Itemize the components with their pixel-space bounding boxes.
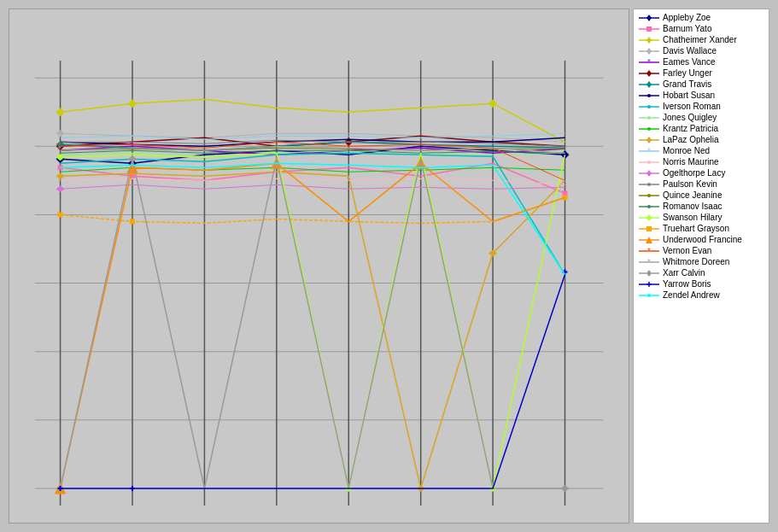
legend: Appleby ZoeBarnum YatoChatheimer XanderD… [633,9,769,523]
svg-point-90 [647,194,651,197]
svg-point-109 [647,294,651,297]
svg-marker-104 [646,270,652,277]
svg-marker-64 [646,48,652,55]
legend-label: Xarr Calvin [663,268,705,278]
legend-label: Barnum Yato [663,24,711,33]
legend-label: Quince Jeanine [663,190,722,200]
legend-label: Whitmore Doreen [663,257,729,266]
legend-item: Appleby Zoe [639,13,763,22]
legend-label: LaPaz Ophelia [663,135,719,144]
legend-item: Krantz Patricia [639,124,763,133]
svg-marker-58 [646,15,652,21]
legend-item: Ogelthorpe Lacy [639,168,763,178]
legend-item: Iverson Roman [639,102,763,111]
legend-item: Jones Quigley [639,113,763,122]
svg-text:*: * [647,258,651,266]
legend-label: Truehart Grayson [663,224,729,233]
legend-label: Chatheimer Xander [663,35,737,44]
svg-marker-70 [646,81,652,88]
svg-rect-40 [130,219,135,224]
legend-item: Chatheimer Xander [639,35,763,44]
svg-point-84 [647,161,651,164]
legend-item: Farley Unger [639,68,763,78]
svg-point-88 [647,183,651,186]
legend-item: *Eames Vance [639,57,763,67]
legend-label: Hobart Susan [663,91,715,100]
legend-label: Jones Quigley [663,113,717,122]
legend-label: Paulson Kevin [663,179,717,189]
legend-label: Vernon Evan [663,246,711,255]
legend-item: Paulson Kevin [639,179,763,189]
legend-label: Romanov Isaac [663,202,722,211]
svg-rect-60 [646,26,652,32]
legend-label: Swanson Hilary [663,213,722,222]
svg-text:*: * [647,247,651,255]
legend-label: Farley Unger [663,68,712,78]
chart-svg: * * * [9,9,629,523]
legend-item: Truehart Grayson [639,224,763,233]
legend-label: Norris Maurine [663,157,719,167]
svg-text:*: * [647,58,651,67]
svg-text:*: * [647,147,651,155]
svg-marker-62 [646,37,652,44]
svg-point-72 [647,94,651,97]
legend-label: Monroe Ned [663,146,710,155]
svg-rect-0 [9,9,629,523]
legend-item: Swanson Hilary [639,213,763,222]
legend-item: Grand Travis [639,79,763,89]
legend-item: Hobart Susan [639,91,763,100]
legend-item: Romanov Isaac [639,202,763,211]
legend-item: Yarrow Boris [639,279,763,289]
legend-label: Zendel Andrew [663,290,720,300]
legend-item: Xarr Calvin [639,268,763,278]
legend-item: LaPaz Ophelia [639,135,763,144]
svg-point-74 [647,105,651,108]
svg-rect-96 [646,226,652,231]
svg-point-92 [647,205,651,208]
legend-item: Barnum Yato [639,24,763,33]
legend-label: Davis Wallace [663,46,717,56]
legend-label: Ogelthorpe Lacy [663,168,725,178]
svg-marker-94 [646,214,652,221]
svg-rect-39 [58,212,63,217]
legend-label: Appleby Zoe [663,13,711,22]
svg-point-76 [647,116,651,120]
legend-item: Quince Jeanine [639,190,763,200]
legend-item: *Monroe Ned [639,146,763,155]
legend-item: *Whitmore Doreen [639,257,763,266]
legend-item: Underwood Francine [639,235,763,244]
chart-area: * * * [9,9,629,523]
legend-label: Iverson Roman [663,102,721,111]
svg-point-78 [647,127,651,131]
svg-marker-80 [646,137,652,143]
legend-item: Norris Maurine [639,157,763,167]
main-container: * * * [0,0,778,532]
legend-label: Grand Travis [663,79,711,89]
legend-item: *Vernon Evan [639,246,763,255]
svg-text:*: * [58,145,61,155]
legend-item: Zendel Andrew [639,290,763,300]
legend-label: Yarrow Boris [663,279,711,289]
legend-label: Underwood Francine [663,235,742,244]
svg-marker-86 [646,170,652,177]
legend-item: Davis Wallace [639,46,763,56]
svg-marker-68 [646,70,652,77]
legend-label: Eames Vance [663,57,716,67]
legend-label: Krantz Patricia [663,124,718,133]
